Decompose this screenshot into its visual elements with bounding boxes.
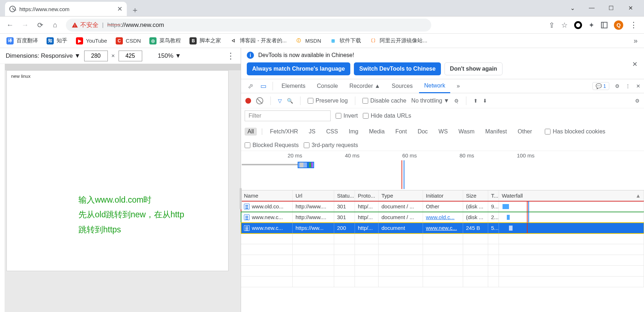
share-icon[interactable]: ⇪ (549, 21, 555, 29)
filter-chip[interactable]: Doc (415, 128, 431, 136)
filter-chip[interactable]: Font (393, 128, 410, 136)
forward-button[interactable]: → (19, 19, 32, 32)
new-tab-button[interactable]: ＋ (129, 4, 141, 16)
disable-cache-check[interactable]: Disable cache (362, 98, 407, 104)
bookmark-item[interactable]: 〔〕 阿里云开源镜像站... (370, 37, 427, 44)
extensions-icon[interactable]: ✦ (588, 21, 595, 29)
filter-chip[interactable]: WS (436, 128, 451, 136)
filter-chip[interactable]: Img (346, 128, 361, 136)
col-url[interactable]: Url (293, 190, 334, 201)
table-row[interactable]: www.old.co... http://www.... 301 http/..… (241, 201, 644, 212)
tab-network[interactable]: Network (419, 79, 450, 93)
filter-chip[interactable]: All (245, 128, 257, 136)
download-icon[interactable]: ⬇ (483, 98, 487, 104)
dont-show-button[interactable]: Don't show again (444, 62, 503, 75)
invert-check[interactable]: Invert (336, 113, 358, 119)
url-field[interactable]: 不安全 | https://www.new.com (66, 19, 431, 32)
sidepanel-icon[interactable] (601, 22, 607, 28)
maximize-icon[interactable]: ☐ (607, 5, 615, 11)
kebab-menu-icon[interactable]: ⋮ (630, 20, 638, 30)
blocked-requests-check[interactable]: Blocked Requests (245, 142, 299, 148)
cell-time: 9... (488, 201, 499, 212)
tab-console[interactable]: Console (312, 79, 343, 93)
minimize-icon[interactable]: — (588, 5, 595, 11)
preserve-log-check[interactable]: Preserve log (308, 98, 348, 104)
tab-recorder[interactable]: Recorder ▲ (344, 79, 385, 93)
filter-chip[interactable]: JS (306, 128, 318, 136)
close-window-icon[interactable]: ✕ (627, 5, 634, 11)
tab-elements[interactable]: Elements (277, 79, 311, 93)
timeline[interactable]: 20 ms 40 ms 60 ms 80 ms 100 ms (241, 151, 644, 190)
rendered-page[interactable]: new linux 输入www.old.com时 先从old跳转到new，在从h… (6, 70, 229, 271)
star-icon[interactable]: ☆ (561, 21, 568, 29)
col-status[interactable]: Statu... (334, 190, 355, 201)
col-size[interactable]: Size (463, 190, 488, 201)
bookmarks-overflow-icon[interactable]: » (634, 37, 638, 45)
table-row[interactable]: www.new.c... http://www.... 301 http/...… (241, 212, 644, 223)
messages-badge[interactable]: 💬 1 (592, 82, 609, 90)
filter-icon[interactable]: ▽ (278, 98, 282, 104)
bookmark-item[interactable]: B 脚本之家 (189, 37, 221, 44)
insecure-warning: 不安全 (72, 21, 98, 29)
browser-tab[interactable]: https://www.new.com ✕ (5, 2, 127, 16)
bookmark-item[interactable]: ⊞ 软件下载 (330, 37, 361, 44)
record-icon[interactable] (245, 98, 251, 104)
bookmark-item[interactable]: ᐊ 博客园 - 开发者的... (230, 37, 287, 44)
filter-chip[interactable]: Other (515, 128, 535, 136)
filter-chip[interactable]: Media (366, 128, 388, 136)
resize-handle[interactable] (240, 188, 242, 209)
table-row[interactable]: www.new.c... https://ww... 200 http/... … (241, 223, 644, 233)
network-settings-gear-icon[interactable]: ⚙ (635, 98, 640, 104)
bookmark-item[interactable]: ◎ 菜鸟教程 (149, 37, 181, 44)
wifi-icon[interactable]: ⚙̣ (454, 98, 459, 104)
bookmark-item[interactable]: 知 知乎 (47, 37, 67, 44)
home-button[interactable]: ⌂ (49, 19, 62, 32)
col-time[interactable]: T... (488, 190, 499, 201)
width-input[interactable] (84, 51, 108, 61)
devtools-close-icon[interactable]: ✕ (636, 83, 640, 89)
hide-dataurls-check[interactable]: Hide data URLs (363, 113, 411, 119)
bookmark-item[interactable]: ▶ YouTube (76, 37, 107, 44)
col-type[interactable]: Type (379, 190, 423, 201)
reload-button[interactable]: ⟳ (34, 19, 47, 32)
col-waterfall[interactable]: Waterfall▲ (499, 190, 644, 201)
blocked-cookies-check[interactable]: Has blocked cookies (545, 128, 605, 135)
col-name[interactable]: Name (241, 190, 293, 201)
chevron-down-icon[interactable]: ⌄ (569, 5, 576, 11)
filter-input[interactable]: Filter (245, 110, 331, 121)
bookmark-item[interactable]: ⓘ MSDN (295, 37, 321, 44)
thirdparty-check[interactable]: 3rd-party requests (304, 142, 358, 148)
insecure-label: 不安全 (80, 21, 98, 29)
device-menu-icon[interactable]: ⋮ (226, 51, 235, 61)
col-protocol[interactable]: Proto... (355, 190, 379, 201)
profile-avatar[interactable]: Q (614, 20, 623, 30)
back-button[interactable]: ← (4, 19, 16, 32)
devtools-menu-icon[interactable]: ⋮ (625, 83, 630, 89)
bookmark-label: 软件下载 (340, 37, 361, 44)
bookmark-item[interactable]: 译 百度翻译 (6, 37, 38, 44)
bookmark-item[interactable]: C CSDN (116, 37, 141, 44)
height-input[interactable] (119, 51, 142, 61)
close-tab-icon[interactable]: ✕ (117, 5, 122, 13)
inspect-icon[interactable]: ⬀ (245, 82, 256, 90)
col-initiator[interactable]: Initiator (423, 190, 463, 201)
match-language-button[interactable]: Always match Chrome's language (247, 62, 350, 75)
banner-close-icon[interactable]: ✕ (632, 60, 638, 68)
tab-sources[interactable]: Sources (387, 79, 418, 93)
device-toggle-icon[interactable]: ▭ (258, 82, 269, 90)
ring-icon[interactable] (574, 21, 582, 29)
settings-gear-icon[interactable]: ⚙ (615, 83, 620, 89)
filter-chip[interactable]: Fetch/XHR (267, 128, 301, 136)
upload-icon[interactable]: ⬆ (474, 98, 478, 104)
tick-label: 100 ms (517, 152, 534, 159)
search-icon[interactable]: 🔍 (287, 98, 293, 104)
filter-chip[interactable]: Wasm (456, 128, 477, 136)
filter-chip[interactable]: CSS (323, 128, 341, 136)
zoom-select[interactable]: 150% ▼ (158, 52, 181, 60)
tabs-overflow-icon[interactable]: » (452, 79, 465, 93)
throttle-select[interactable]: No throttling ▼ (411, 98, 449, 104)
switch-chinese-button[interactable]: Switch DevTools to Chinese (354, 62, 441, 75)
dimensions-select[interactable]: Dimensions: Responsive ▼ (6, 52, 81, 60)
filter-chip[interactable]: Manifest (482, 128, 510, 136)
clear-icon[interactable] (256, 97, 263, 104)
